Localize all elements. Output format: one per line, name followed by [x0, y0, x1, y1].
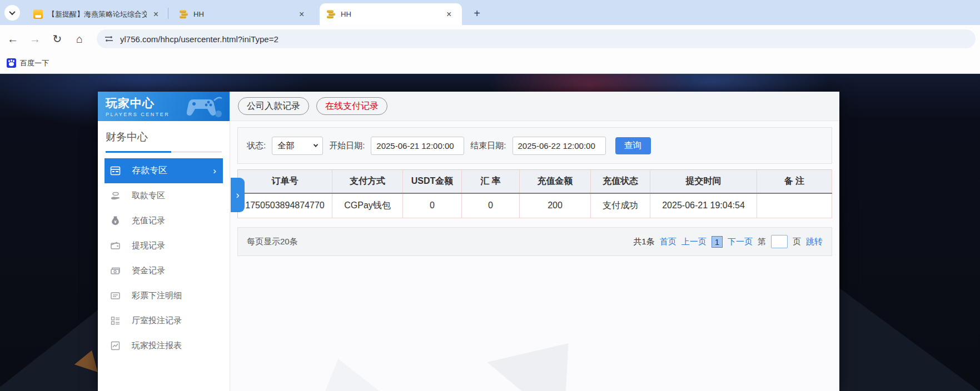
col-rate: 汇 率 [462, 170, 520, 193]
close-icon[interactable]: × [297, 10, 306, 19]
sidebar-item-label: 充值记录 [132, 215, 165, 226]
jump-link[interactable]: 跳转 [806, 237, 823, 247]
sidebar: 玩家中心 PLAYERS CENTER 财务中心 [98, 92, 230, 391]
section-underline [106, 151, 222, 153]
hall-bet-icon [110, 315, 121, 326]
withdraw-icon [110, 191, 121, 201]
tab-online-payment-record[interactable]: 在线支付记录 [316, 97, 387, 115]
sidebar-header: 玩家中心 PLAYERS CENTER [98, 92, 230, 121]
sidebar-item-label: 提现记录 [132, 240, 165, 251]
jump-prefix: 第 [758, 237, 766, 247]
end-date-input[interactable] [513, 137, 606, 155]
cashout-record-icon [110, 240, 121, 251]
lottery-detail-icon [110, 290, 121, 301]
sidebar-item-funds-record[interactable]: 资金记录 [98, 258, 230, 283]
decor-triangle [487, 311, 606, 391]
main-content: 公司入款记录 在线支付记录 状态: 全部 开始日期: 结束日期: 查询 [230, 92, 839, 391]
pagination-controls: 共1条 首页 上一页 1 下一页 第 页 跳转 [633, 235, 823, 248]
sidebar-collapse-handle[interactable]: › [231, 178, 245, 212]
col-pay-method: 支付方式 [332, 170, 403, 193]
sidebar-item-label: 厅室投注记录 [132, 315, 182, 326]
cell-pay-method: CGPay钱包 [332, 193, 403, 218]
forward-button[interactable]: → [26, 29, 44, 48]
back-button[interactable]: ← [3, 29, 22, 48]
sidebar-item-deposit[interactable]: 存款专区 › [105, 158, 223, 183]
site-settings-icon[interactable] [105, 34, 113, 43]
status-select-value: 全部 [277, 141, 294, 151]
chevron-down-icon [9, 9, 15, 15]
cell-remark [757, 193, 832, 218]
start-date-input[interactable] [371, 137, 464, 155]
bookmark-baidu[interactable]: 百度一下 [7, 58, 49, 68]
start-date-label: 开始日期: [329, 141, 365, 151]
jump-suffix: 页 [793, 237, 801, 247]
sidebar-item-cashout-record[interactable]: 提现记录 [98, 233, 230, 258]
reload-button[interactable]: ↻ [48, 29, 67, 48]
tab-title: HH [341, 10, 440, 18]
prev-page-link[interactable]: 上一页 [681, 237, 707, 247]
cell-recharge-amount: 200 [520, 193, 591, 218]
sidebar-item-hall-bet[interactable]: 厅室投注记录 [98, 308, 230, 333]
funds-record-icon [110, 265, 121, 276]
cell-order-id: 1750503894874770 [238, 193, 332, 218]
player-center-panel: 玩家中心 PLAYERS CENTER 财务中心 [98, 92, 839, 391]
sidebar-section: 财务中心 [98, 121, 230, 153]
sidebar-item-withdraw[interactable]: 取款专区 [98, 183, 230, 208]
cell-submit-time: 2025-06-21 19:04:54 [650, 193, 757, 218]
tab-company-deposit-record[interactable]: 公司入款记录 [238, 97, 309, 115]
cell-usdt-amount: 0 [403, 193, 462, 218]
browser-tab[interactable]: HH × [172, 3, 312, 25]
browser-toolbar: ← → ↻ ⌂ yl756.com/hhcp/usercenter.html?i… [0, 25, 980, 53]
record-tabs: 公司入款记录 在线支付记录 [230, 92, 839, 121]
chevron-down-icon [314, 142, 318, 147]
section-title: 财务中心 [106, 130, 222, 144]
cell-recharge-status: 支付成功 [591, 193, 650, 218]
gold-icon [179, 9, 188, 19]
sidebar-item-label: 取款专区 [132, 191, 165, 201]
bookmark-label: 百度一下 [20, 58, 49, 68]
col-submit-time: 提交时间 [650, 170, 757, 193]
search-button[interactable]: 查询 [615, 137, 651, 154]
gold-icon [326, 9, 336, 19]
close-icon[interactable]: × [445, 10, 453, 19]
tab-title: HH [193, 10, 292, 18]
tab-separator [168, 8, 168, 19]
tab-title: 【新提醒】海燕策略论坛综合交 [48, 9, 147, 19]
home-button[interactable]: ⌂ [70, 29, 89, 48]
sidebar-item-player-report[interactable]: 玩家投注报表 [98, 333, 230, 358]
table-row: 1750503894874770 CGPay钱包 0 0 200 支付成功 20… [238, 193, 832, 218]
records-table: 订单号 支付方式 USDT金额 汇 率 充值金额 充值状态 提交时间 备 注 1… [237, 169, 832, 218]
sidebar-item-label: 彩票下注明细 [132, 290, 182, 301]
tab-strip: 【新提醒】海燕策略论坛综合交 × HH × HH × + [0, 0, 980, 25]
browser-tab[interactable]: 【新提醒】海燕策略论坛综合交 × [27, 3, 166, 25]
browser-window: 【新提醒】海燕策略论坛综合交 × HH × HH × + ← → ↻ ⌂ [0, 0, 980, 391]
total-count: 共1条 [633, 237, 654, 247]
svg-text:¥: ¥ [114, 219, 117, 224]
col-recharge-amount: 充值金额 [520, 170, 591, 193]
sidebar-item-lottery-detail[interactable]: 彩票下注明细 [98, 283, 230, 308]
sidebar-item-recharge-record[interactable]: ¥ 充值记录 [98, 208, 230, 233]
recharge-record-icon: ¥ [110, 215, 121, 226]
first-page-link[interactable]: 首页 [660, 237, 676, 247]
next-page-link[interactable]: 下一页 [728, 237, 753, 247]
decor-triangle [290, 346, 404, 391]
pagination-bar: 每页显示20条 共1条 首页 上一页 1 下一页 第 页 跳转 [237, 227, 832, 256]
sidebar-item-label: 存款专区 [132, 165, 167, 177]
col-recharge-status: 充值状态 [591, 170, 650, 193]
status-select[interactable]: 全部 [272, 137, 323, 155]
col-order-id: 订单号 [238, 170, 332, 193]
browser-tab-active[interactable]: HH × [320, 3, 462, 25]
close-icon[interactable]: × [152, 10, 160, 19]
sidebar-item-label: 玩家投注报表 [132, 340, 182, 351]
new-tab-button[interactable]: + [470, 6, 484, 21]
current-page-badge: 1 [712, 236, 723, 248]
table-header-row: 订单号 支付方式 USDT金额 汇 率 充值金额 充值状态 提交时间 备 注 [238, 170, 832, 193]
filter-bar: 状态: 全部 开始日期: 结束日期: 查询 [237, 127, 832, 164]
end-date-label: 结束日期: [470, 141, 506, 151]
page-background: 玩家中心 PLAYERS CENTER 财务中心 [0, 74, 980, 391]
gamepad-icon [185, 94, 225, 118]
tab-search-button[interactable] [4, 5, 20, 21]
page-jump-input[interactable] [771, 235, 788, 248]
chevron-right-icon: › [213, 166, 216, 177]
address-bar[interactable]: yl756.com/hhcp/usercenter.html?iniType=2 [97, 29, 976, 48]
